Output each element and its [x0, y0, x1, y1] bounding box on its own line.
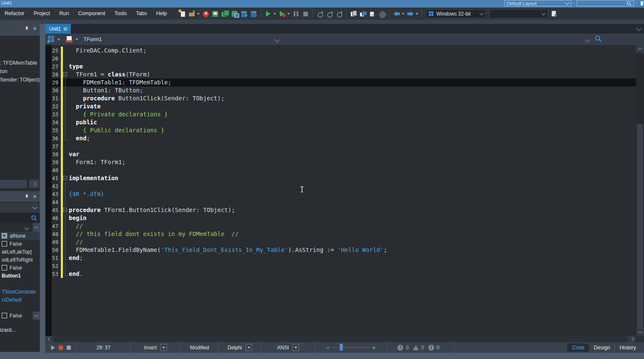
- inspector-object-selector[interactable]: [0, 203, 40, 212]
- code-line[interactable]: 44: [45, 198, 636, 206]
- open-project-dropdown-icon[interactable]: [197, 13, 200, 15]
- structure-item[interactable]: : TFDMemTable: [0, 59, 40, 67]
- zoom-slider-thumb[interactable]: [340, 344, 343, 351]
- trace-into-icon[interactable]: [316, 10, 324, 18]
- nav-back-icon[interactable]: [393, 10, 401, 18]
- menu-component[interactable]: Component: [73, 8, 110, 20]
- run-to-cursor-icon[interactable]: [335, 10, 343, 18]
- structure-item[interactable]: ton: [0, 67, 40, 76]
- line-number[interactable]: 30: [45, 87, 61, 94]
- code-line[interactable]: 28− TForm1 = class(TForm): [45, 71, 636, 79]
- structure-hscroll-track[interactable]: [0, 180, 27, 188]
- inspector-scroll-down-button[interactable]: [33, 312, 40, 320]
- menu-refactor[interactable]: Refactor: [0, 8, 29, 20]
- close-file-icon[interactable]: [202, 10, 210, 18]
- code-text[interactable]: end;: [69, 134, 90, 142]
- run-debug-icon[interactable]: [278, 10, 286, 18]
- scroll-down-button[interactable]: [636, 328, 644, 336]
- web-deploy-icon[interactable]: [378, 10, 386, 18]
- code-line[interactable]: 25 FireDAC.Comp.Client;: [45, 47, 636, 55]
- language-dropdown[interactable]: [245, 344, 252, 351]
- code-line[interactable]: 50 FDMemTable1.FieldByName('This_Field_D…: [45, 246, 636, 254]
- code-text[interactable]: FDMemTable1.FieldByName('This_Field_Dont…: [69, 246, 387, 254]
- fold-collapse-icon[interactable]: −: [63, 72, 67, 76]
- line-number[interactable]: 47: [45, 223, 61, 229]
- line-number[interactable]: 26: [45, 55, 61, 62]
- code-editor[interactable]: 25 FireDAC.Comp.Client;2627type28− TForm…: [45, 45, 636, 336]
- fold-column[interactable]: −: [63, 206, 69, 214]
- property-row[interactable]: False: [0, 240, 40, 248]
- window-stack-icon[interactable]: [359, 10, 367, 18]
- zoom-slider[interactable]: [333, 347, 369, 348]
- tab-unit1[interactable]: Unit1: [45, 24, 71, 34]
- line-number[interactable]: 52: [45, 263, 61, 269]
- insert-mode-dropdown[interactable]: [160, 344, 167, 351]
- property-row[interactable]: [0, 304, 40, 312]
- property-row[interactable]: alNone: [0, 232, 40, 240]
- code-line[interactable]: 40: [45, 166, 636, 174]
- tab-list-chevron-icon[interactable]: [636, 26, 641, 31]
- chevron-down-icon[interactable]: [24, 225, 29, 230]
- code-line[interactable]: 48 // this field dont exists in my FDMem…: [45, 230, 636, 238]
- tab-design[interactable]: Design: [589, 343, 615, 352]
- menu-run[interactable]: Run: [55, 8, 73, 20]
- scroll-left-button[interactable]: [45, 336, 53, 342]
- remove-file-icon[interactable]: [250, 10, 258, 18]
- zoom-out-button[interactable]: −: [326, 344, 330, 351]
- run-icon[interactable]: [264, 10, 272, 18]
- pin-icon[interactable]: [25, 26, 29, 31]
- line-number[interactable]: 28: [45, 71, 61, 78]
- line-number[interactable]: 53: [45, 271, 61, 277]
- scroll-right-button[interactable]: [628, 336, 636, 342]
- line-number[interactable]: 45: [45, 207, 61, 213]
- line-number[interactable]: 46: [45, 215, 61, 221]
- run-debug-dropdown-icon[interactable]: [287, 13, 290, 15]
- checkbox-icon[interactable]: [2, 265, 7, 270]
- code-line[interactable]: 43{$R *.dfm}: [45, 190, 636, 198]
- code-line[interactable]: 36 end;: [45, 134, 636, 142]
- code-text[interactable]: public: [69, 118, 97, 126]
- line-number[interactable]: 49: [45, 239, 61, 245]
- zoom-in-button[interactable]: +: [372, 344, 376, 351]
- code-line[interactable]: 33 { Private declarations }: [45, 110, 636, 118]
- property-row[interactable]: False: [0, 312, 40, 320]
- clone-doc-icon[interactable]: [369, 10, 377, 18]
- line-number[interactable]: 43: [45, 191, 61, 197]
- close-icon[interactable]: ×: [33, 26, 37, 31]
- code-text[interactable]: procedure TForm1.Button1Click(Sender: TO…: [69, 206, 235, 214]
- pin-icon[interactable]: [25, 194, 29, 199]
- code-text[interactable]: implementation: [69, 174, 118, 182]
- target-platform-selector[interactable]: Windows 32-bit: [426, 9, 486, 18]
- code-line[interactable]: 35 { Public declarations }: [45, 126, 636, 134]
- save-all-icon[interactable]: [221, 10, 229, 18]
- step-over-icon[interactable]: [326, 10, 334, 18]
- desktop-layout-selector[interactable]: Default Layout: [504, 0, 571, 6]
- checkbox-icon[interactable]: [2, 313, 7, 318]
- macro-record-icon[interactable]: [58, 345, 63, 350]
- macro-stop-icon[interactable]: [67, 346, 71, 350]
- line-number[interactable]: 41: [45, 175, 61, 181]
- code-line[interactable]: 26: [45, 55, 636, 63]
- code-text[interactable]: private: [69, 102, 101, 110]
- editor-vertical-scrollbar[interactable]: [636, 45, 644, 336]
- line-number[interactable]: 25: [45, 47, 61, 54]
- run-dropdown-icon[interactable]: [274, 13, 276, 15]
- chevron-down-icon[interactable]: [57, 39, 60, 40]
- code-text[interactable]: Form1: TForm1;: [69, 158, 125, 166]
- property-row[interactable]: odLeftToRight: [0, 256, 40, 264]
- code-line[interactable]: 30 Button1: TButton;: [45, 86, 636, 94]
- code-text[interactable]: {$R *.dfm}: [69, 190, 104, 198]
- project-options-icon[interactable]: [550, 10, 558, 18]
- build-config-selector[interactable]: [489, 9, 548, 18]
- tab-history[interactable]: History: [615, 343, 641, 352]
- inspector-scroll-up-button[interactable]: [33, 223, 40, 232]
- uses-units-icon[interactable]: [48, 36, 55, 43]
- code-line[interactable]: 51end;: [45, 254, 636, 262]
- inspector-search-box[interactable]: [0, 213, 40, 223]
- property-row[interactable]: False: [0, 264, 40, 272]
- add-file-icon[interactable]: [240, 10, 248, 18]
- code-text[interactable]: TForm1 = class(TForm): [69, 71, 150, 79]
- pause-icon[interactable]: [292, 10, 300, 18]
- structure-item[interactable]: Sender: TObject): [0, 76, 40, 84]
- encoding-dropdown[interactable]: [292, 344, 299, 351]
